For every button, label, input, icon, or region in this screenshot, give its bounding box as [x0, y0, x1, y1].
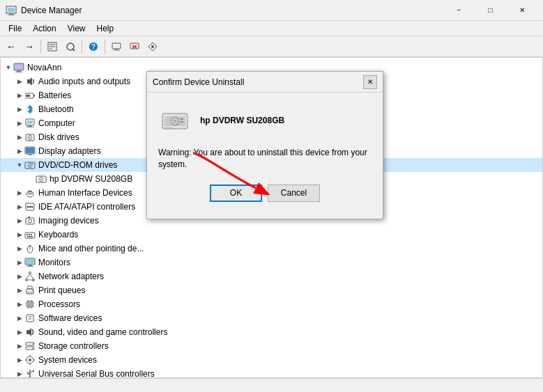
- dialog-title-bar: Confirm Device Uninstall ✕: [147, 72, 383, 93]
- toolbar-properties[interactable]: [44, 38, 61, 55]
- dialog-buttons: OK Cancel: [158, 185, 372, 202]
- toolbar-back[interactable]: ←: [3, 38, 20, 55]
- app-icon: [6, 5, 17, 16]
- toolbar-scan-hardware[interactable]: [144, 38, 161, 55]
- svg-rect-112: [165, 127, 173, 128]
- dialog-device-row: hp DVDRW SU208GB: [158, 104, 372, 137]
- toolbar-forward[interactable]: →: [21, 38, 38, 55]
- toolbar-uninstall[interactable]: [126, 38, 143, 55]
- close-button[interactable]: ✕: [506, 0, 537, 21]
- toolbar-scan[interactable]: [62, 38, 79, 55]
- menu-help[interactable]: Help: [91, 22, 120, 35]
- svg-rect-1: [8, 8, 15, 12]
- main-content: ▼ NovaAnn ▶ Audio inputs and outputs: [0, 57, 543, 378]
- dialog-warning-text: Warning: You are about to uninstall this…: [158, 147, 372, 171]
- svg-rect-3: [8, 15, 15, 15]
- svg-rect-110: [181, 118, 183, 120]
- toolbar-help[interactable]: ?: [85, 38, 102, 55]
- svg-rect-111: [181, 121, 183, 123]
- confirm-dialog: Confirm Device Uninstall ✕: [146, 71, 383, 219]
- dialog-device-icon: [158, 104, 192, 137]
- dialog-close-button[interactable]: ✕: [363, 75, 377, 89]
- svg-rect-2: [9, 13, 13, 15]
- menu-action[interactable]: Action: [27, 22, 61, 35]
- maximize-button[interactable]: □: [475, 0, 506, 21]
- dialog-title-text: Confirm Device Uninstall: [153, 77, 363, 87]
- svg-point-18: [151, 45, 154, 48]
- svg-line-9: [72, 49, 75, 51]
- window-controls: − □ ✕: [443, 0, 537, 21]
- dialog-overlay: Confirm Device Uninstall ✕: [0, 57, 543, 378]
- svg-text:?: ?: [91, 43, 95, 51]
- dialog-ok-button[interactable]: OK: [210, 185, 262, 202]
- title-bar: Device Manager − □ ✕: [0, 0, 543, 21]
- dialog-cancel-button[interactable]: Cancel: [268, 185, 320, 202]
- svg-rect-15: [130, 43, 139, 49]
- toolbar-sep-1: [40, 40, 41, 54]
- dialog-device-name: hp DVDRW SU208GB: [200, 116, 284, 125]
- toolbar-sep-2: [82, 40, 82, 54]
- dialog-body: hp DVDRW SU208GB Warning: You are about …: [147, 93, 383, 219]
- svg-rect-12: [112, 43, 121, 49]
- toolbar-update[interactable]: [108, 38, 125, 55]
- svg-point-109: [174, 120, 176, 123]
- menu-view[interactable]: View: [62, 22, 91, 35]
- minimize-button[interactable]: −: [443, 0, 475, 21]
- status-bar: [0, 378, 543, 392]
- menu-bar: File Action View Help: [0, 21, 543, 36]
- toolbar: ← → ?: [0, 36, 543, 57]
- menu-file[interactable]: File: [3, 22, 27, 35]
- toolbar-sep-3: [105, 40, 105, 54]
- window-title: Device Manager: [21, 6, 443, 15]
